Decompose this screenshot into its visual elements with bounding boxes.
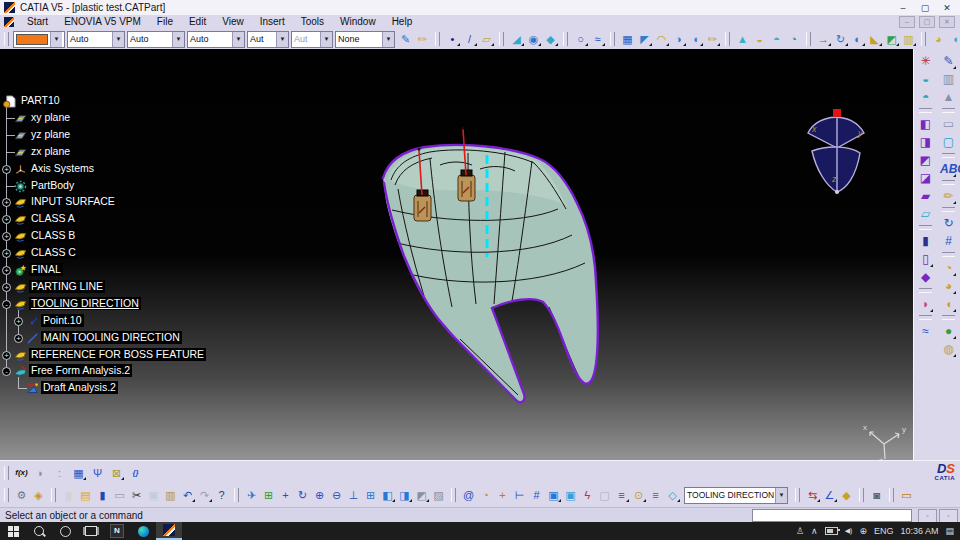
menu-edit[interactable]: Edit: [181, 15, 214, 29]
tree-item-final[interactable]: FINAL: [29, 263, 63, 276]
tree-item-zx-plane[interactable]: zx plane: [29, 145, 72, 158]
clock[interactable]: 10:36 AM: [900, 526, 938, 536]
dropdown-corner-icon[interactable]: [817, 499, 820, 502]
tree-expand-knob[interactable]: -: [2, 300, 11, 309]
affinity-icon[interactable]: ◩: [883, 31, 900, 47]
axis-system-icon[interactable]: +: [494, 487, 511, 503]
dropdown-corner-icon[interactable]: [700, 43, 703, 46]
tree-icon-gear[interactable]: [14, 180, 27, 193]
porcupine-analysis-icon[interactable]: ≈: [917, 322, 934, 340]
environment-ball-icon[interactable]: ●: [940, 322, 957, 340]
dropdown-corner-icon[interactable]: [474, 43, 477, 46]
chevron-down-icon[interactable]: ▼: [112, 32, 124, 47]
redo-icon[interactable]: ↷: [196, 487, 213, 503]
copy-icon[interactable]: ▣: [145, 487, 162, 503]
macros-icon[interactable]: ⚙: [13, 487, 30, 503]
menu-help[interactable]: Help: [384, 15, 421, 29]
tray-chevron-icon[interactable]: ∧: [811, 526, 818, 536]
dropdown-corner-icon[interactable]: [953, 174, 956, 177]
symmetry-icon[interactable]: ◐: [849, 31, 866, 47]
grid-points-icon[interactable]: #: [940, 232, 957, 250]
powercopy-icon[interactable]: ◈: [30, 487, 47, 503]
ghost-mode-icon[interactable]: ▢: [596, 487, 613, 503]
normal-view-icon[interactable]: ⊥: [345, 487, 362, 503]
menu-file[interactable]: File: [149, 15, 181, 29]
fill-icon[interactable]: ◒: [751, 31, 768, 47]
extract-icon[interactable]: ✏: [704, 31, 721, 47]
toolbar-grip[interactable]: [795, 488, 800, 502]
sketcher-icon[interactable]: ✎: [940, 52, 957, 70]
toolbar-grip[interactable]: [4, 488, 9, 502]
tree-icon-gearstar[interactable]: [14, 264, 27, 277]
chevron-down-icon[interactable]: ▼: [382, 32, 394, 47]
tree-expand-knob[interactable]: +: [2, 198, 11, 207]
link-manager-icon[interactable]: @: [460, 487, 477, 503]
toolbar-grip[interactable]: [4, 466, 9, 480]
bounding-box-icon[interactable]: ▢: [940, 133, 957, 151]
tree-item-axis-systems[interactable]: Axis Systems: [29, 162, 96, 175]
dropdown-corner-icon[interactable]: [121, 477, 124, 480]
wrap-surface-icon[interactable]: ◖: [940, 295, 957, 313]
tree-item-main-tooling-direction[interactable]: MAIN TOOLING DIRECTION: [41, 331, 182, 344]
wrap-curve-icon[interactable]: ◕: [940, 277, 957, 295]
status-mini-button-1[interactable]: ▫: [918, 509, 937, 523]
kn-load-analysis-icon[interactable]: ↻: [940, 214, 957, 232]
translate-icon[interactable]: →: [815, 31, 832, 47]
text-annotation-icon[interactable]: ABC: [940, 160, 957, 178]
catalog-browser-icon[interactable]: ◇: [664, 487, 681, 503]
volume-extrude-icon[interactable]: ▮: [917, 232, 934, 250]
hide-show-icon[interactable]: ◩: [413, 487, 430, 503]
measure-between-icon[interactable]: ⇆: [804, 487, 821, 503]
dropdown-corner-icon[interactable]: [649, 43, 652, 46]
dropdown-corner-icon[interactable]: [392, 499, 395, 502]
publication-icon[interactable]: ⊢: [511, 487, 528, 503]
tree-item-input-surface[interactable]: INPUT SURFACE: [29, 195, 117, 208]
tree-item-class-c[interactable]: CLASS C: [29, 246, 78, 259]
isometric-view-icon[interactable]: ◧: [379, 487, 396, 503]
dropdown-corner-icon[interactable]: [457, 43, 460, 46]
tree-icon-plane[interactable]: [14, 129, 27, 142]
tree-icon-plane[interactable]: [14, 112, 27, 125]
tree-icon-ffa[interactable]: [14, 365, 27, 378]
revolve-surface-icon[interactable]: ◉: [525, 31, 542, 47]
material-globe-icon[interactable]: ◍: [940, 340, 957, 358]
toolbar-grip[interactable]: [435, 32, 440, 46]
dropdown-corner-icon[interactable]: [677, 499, 680, 502]
menu-view[interactable]: View: [214, 15, 252, 29]
dropdown-corner-icon[interactable]: [834, 499, 837, 502]
swap-visible-space-icon[interactable]: ▨: [430, 487, 447, 503]
tree-expand-knob[interactable]: +: [2, 351, 11, 360]
tree-icon-surf[interactable]: [14, 213, 27, 226]
tree-expand-knob[interactable]: +: [2, 283, 11, 292]
dropdown-corner-icon[interactable]: [953, 66, 956, 69]
multi-section-surface-icon[interactable]: ◓: [768, 31, 785, 47]
tree-icon-part[interactable]: [3, 95, 16, 108]
dropdown-corner-icon[interactable]: [409, 499, 412, 502]
tree-icon-surf[interactable]: [14, 230, 27, 243]
rotate-icon[interactable]: ↻: [832, 31, 849, 47]
dropdown-corner-icon[interactable]: [602, 43, 605, 46]
tree-icon-surf[interactable]: [14, 247, 27, 260]
tree-expand-knob[interactable]: -: [2, 367, 11, 376]
dropdown-corner-icon[interactable]: [83, 477, 86, 480]
cut-icon[interactable]: ✂: [128, 487, 145, 503]
dropdown-corner-icon[interactable]: [555, 43, 558, 46]
tree-icon-axis[interactable]: [14, 163, 27, 176]
save-document-icon[interactable]: ▮: [94, 487, 111, 503]
graphic-combo-0[interactable]: Auto▼: [67, 31, 125, 48]
render-style-icon[interactable]: ◨: [396, 487, 413, 503]
multi-view-icon[interactable]: ⊞: [362, 487, 379, 503]
menu-insert[interactable]: Insert: [252, 15, 293, 29]
formula-icon[interactable]: f(x): [13, 465, 30, 481]
doc-restore-button[interactable]: ▢: [919, 16, 935, 28]
toolbar-grip[interactable]: [451, 488, 456, 502]
toolbar-grip[interactable]: [234, 488, 239, 502]
dropdown-corner-icon[interactable]: [192, 499, 195, 502]
menu-window[interactable]: Window: [332, 15, 384, 29]
comment-icon[interactable]: ◗: [32, 465, 49, 481]
dropdown-corner-icon[interactable]: [828, 43, 831, 46]
dropdown-corner-icon[interactable]: [209, 499, 212, 502]
offset-surface-icon[interactable]: ◆: [542, 31, 559, 47]
knowledgeware-clock-icon[interactable]: ◔: [477, 487, 494, 503]
minimize-button[interactable]: –: [892, 3, 914, 13]
